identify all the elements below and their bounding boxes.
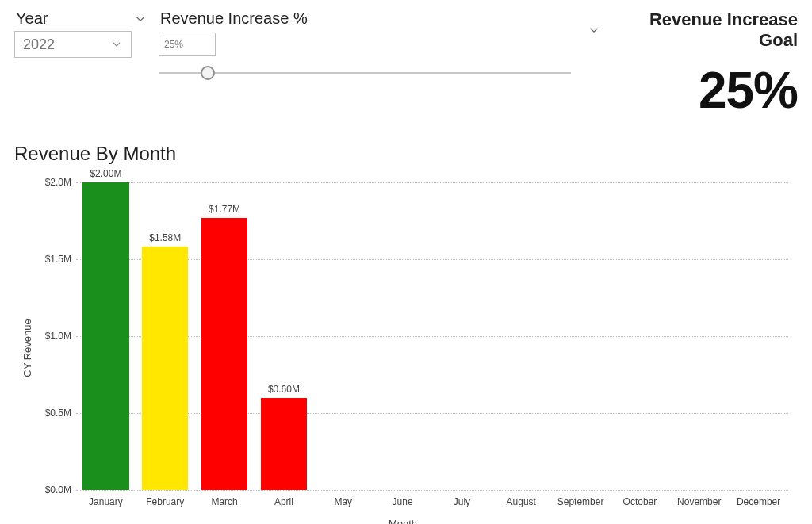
year-select-value: 2022 [23,36,55,53]
slider-thumb[interactable] [201,66,215,80]
x-tick-label: August [507,496,536,507]
gridline [76,490,788,491]
y-tick-label: $0.0M [29,484,71,495]
bar-value-label: $1.77M [209,204,240,215]
x-axis-title: Month [389,518,417,524]
goal-title: Revenue Increase Goal [609,10,798,51]
bar[interactable]: $1.58M [142,247,188,490]
x-tick-label: March [211,496,237,507]
y-tick-label: $1.0M [29,331,71,342]
y-axis-title: CY Revenue [21,319,33,377]
param-value-text: 25% [164,39,183,50]
bar-value-label: $1.58M [149,232,181,243]
year-slicer-title: Year [16,10,48,28]
param-value-input[interactable]: 25% [159,33,216,56]
y-tick-label: $1.5M [29,254,71,265]
y-tick-label: $0.5M [29,407,71,419]
param-slider[interactable] [159,63,571,83]
x-tick-label: April [274,496,293,507]
revenue-by-month-chart: CY Revenue $0.0M$0.5M$1.0M$1.5M$2.0M Jan… [14,170,791,524]
chevron-down-icon[interactable] [133,12,147,26]
bar[interactable]: $1.77M [201,218,247,490]
year-select[interactable]: 2022 [14,31,132,58]
x-tick-label: June [393,496,413,507]
x-tick-label: December [737,496,780,507]
bar-value-label: $2.00M [90,168,121,179]
x-tick-label: February [146,496,184,507]
x-tick-label: November [677,496,721,507]
x-tick-label: September [557,496,604,507]
chart-title: Revenue By Month [14,143,798,165]
chevron-down-icon [110,38,123,51]
bar-value-label: $0.60M [268,384,300,395]
slider-track [159,72,571,74]
x-tick-label: July [454,496,470,507]
y-tick-label: $2.0M [29,177,71,188]
bar[interactable]: $2.00M [82,182,128,490]
x-tick-label: October [623,496,657,507]
x-tick-label: May [334,496,352,507]
bar[interactable]: $0.60M [261,398,307,490]
param-title: Revenue Increase % [160,10,308,28]
chevron-down-icon[interactable] [587,23,601,37]
x-tick-label: January [89,496,123,507]
goal-value: 25% [699,65,798,116]
